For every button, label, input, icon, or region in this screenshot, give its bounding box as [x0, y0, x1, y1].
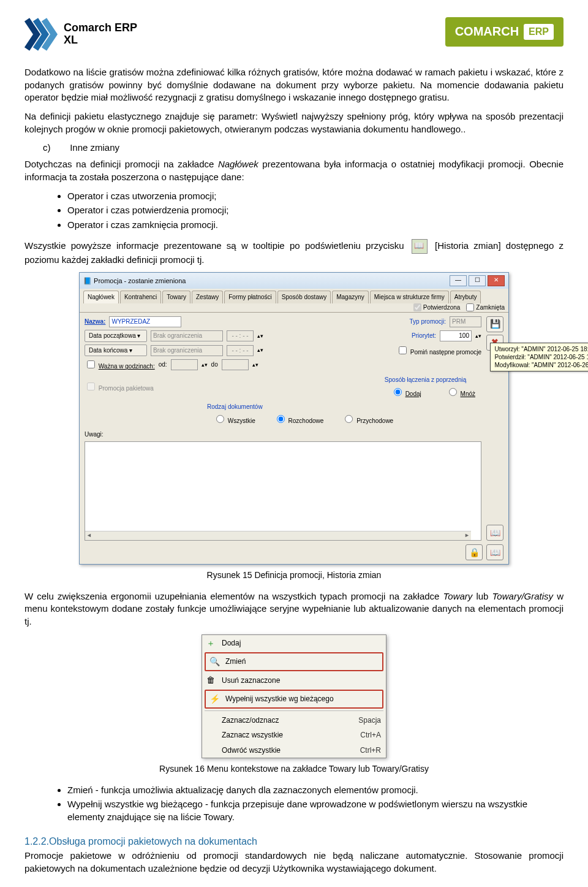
- tab-formy-platnosci[interactable]: Formy płatności: [224, 291, 276, 303]
- chk-zamknieta[interactable]: Zamknięta: [466, 303, 505, 312]
- tab-towary[interactable]: Towary: [162, 291, 190, 303]
- lightning-icon: ⚡: [208, 693, 221, 705]
- label-rodzaj-dokumentow: Rodzaj dokumentów: [207, 403, 481, 411]
- paragraph-3: Dotychczas na definicji promocji na zakł…: [24, 158, 564, 183]
- menu-separator: [205, 710, 383, 711]
- btn-data-koncowa[interactable]: Data końcowa ▾: [85, 345, 147, 357]
- label-typ-promocji: Typ promocji:: [410, 318, 446, 326]
- lock-button[interactable]: 🔒: [466, 544, 483, 560]
- field-data-poczatkowa: [151, 330, 223, 341]
- plus-icon: ＋: [205, 638, 217, 649]
- window-titlebar: 📘 Promocja - zostanie zmieniona — ☐ ✕: [80, 273, 508, 289]
- tab-atrybuty[interactable]: Atrybuty: [450, 291, 481, 303]
- field-data-koncowa: [151, 345, 223, 356]
- comarch-chevron-icon: [24, 17, 59, 51]
- history-tooltip: Utworzył: "ADMIN" 2012-06-25 18:16:29 Po…: [490, 343, 588, 371]
- figure-16-caption: Rysunek 16 Menu kontekstowe na zakładce …: [24, 763, 564, 775]
- window-title: 📘 Promocja - zostanie zmieniona: [83, 276, 186, 286]
- figure-16-screenshot: ＋Dodaj 🔍Zmień 🗑Usuń zaznaczone ⚡Wypełnij…: [24, 634, 564, 759]
- logo-left: Comarch ERP XL: [24, 17, 137, 51]
- list-item: Zmień - funkcja umożliwia aktualizację d…: [67, 784, 564, 797]
- menu-item-usun[interactable]: 🗑Usuń zaznaczone: [202, 672, 386, 688]
- chk-pomin-nastepne[interactable]: Pomiń następne promocje: [396, 345, 481, 357]
- context-menu: ＋Dodaj 🔍Zmień 🗑Usuń zaznaczone ⚡Wypełnij…: [202, 634, 386, 759]
- tab-zestawy[interactable]: Zestawy: [192, 291, 223, 303]
- paragraph-6: Promocje pakietowe w odróżnieniu od prom…: [24, 850, 564, 875]
- uwagi-textarea[interactable]: [85, 441, 481, 541]
- close-button[interactable]: ✕: [488, 275, 505, 286]
- magnifier-icon: 🔍: [208, 656, 221, 668]
- radio-mnoz[interactable]: Mnóż: [446, 386, 475, 398]
- history-book-icon: [412, 239, 428, 254]
- promocja-window: 📘 Promocja - zostanie zmieniona — ☐ ✕ Na…: [79, 272, 509, 565]
- save-button[interactable]: 💾: [486, 316, 503, 332]
- list-item: Operator i czas utworzenia promocji;: [67, 190, 564, 203]
- label-uwagi: Uwagi:: [85, 430, 481, 439]
- list-item: Operator i czas potwierdzenia promocji;: [67, 204, 564, 217]
- menu-item-zmien[interactable]: 🔍Zmień: [205, 652, 383, 671]
- tab-naglowek[interactable]: Nagłówek: [83, 291, 119, 303]
- page-header: Comarch ERP XL COMARCH ERP: [24, 17, 564, 51]
- horizontal-scrollbar[interactable]: [85, 531, 471, 540]
- chk-potwierdzona[interactable]: Potwierdzona: [413, 303, 461, 312]
- minimize-button[interactable]: —: [450, 275, 467, 286]
- radio-przychodowe[interactable]: Przychodowe: [342, 413, 393, 425]
- field-time-start: [227, 330, 254, 341]
- menu-item-odwroc-wszystkie[interactable]: Odwróć wszystkieCtrl+R: [202, 743, 386, 758]
- product-name: Comarch ERP XL: [64, 22, 137, 47]
- chk-wazna-w-godzinach[interactable]: Ważna w godzinach:: [85, 359, 155, 371]
- paragraph-2: Na definicji pakietu elastycznego znajdu…: [24, 110, 564, 135]
- history-button[interactable]: 📖: [486, 525, 503, 541]
- paragraph-1: Dodatkowo na liście gratisów można zdefi…: [24, 66, 564, 104]
- tab-kontrahenci[interactable]: Kontrahenci: [120, 291, 161, 303]
- list-item: Operator i czas zamknięcia promocji.: [67, 219, 564, 232]
- chk-promocja-pakietowa: Promocja pakietowa: [85, 381, 154, 393]
- heading-1-2-2: 1.2.2.Obsługa promocji pakietowych na do…: [24, 835, 564, 848]
- paragraph-5: W celu zwiększenia ergonomii uzupełniani…: [24, 590, 564, 628]
- field-do: [222, 359, 249, 370]
- bullet-list-1: Operator i czas utworzenia promocji; Ope…: [67, 190, 564, 232]
- field-typ-promocji: [450, 316, 481, 327]
- label-priorytet: Priorytet:: [412, 332, 436, 340]
- menu-item-dodaj[interactable]: ＋Dodaj: [202, 635, 386, 652]
- bullet-list-2: Zmień - funkcja umożliwia aktualizację d…: [67, 784, 564, 824]
- input-priorytet[interactable]: [440, 330, 472, 341]
- label-nazwa: Nazwa:: [85, 318, 105, 326]
- tab-strip: Nagłówek Kontrahenci Towary Zestawy Form…: [80, 289, 508, 313]
- comarch-erp-badge: COMARCH ERP: [445, 17, 564, 47]
- radio-rozchodowe[interactable]: Rozchodowe: [274, 413, 324, 425]
- tab-magazyny[interactable]: Magazyny: [332, 291, 369, 303]
- tab-miejsca[interactable]: Miejsca w strukturze firmy: [370, 291, 449, 303]
- figure-15-screenshot: 📘 Promocja - zostanie zmieniona — ☐ ✕ Na…: [24, 272, 564, 565]
- subsection-c-heading: c) Inne zmiany: [43, 142, 564, 154]
- radio-dodaj[interactable]: Dodaj: [391, 386, 421, 398]
- menu-item-wypelnij[interactable]: ⚡Wypełnij wszystkie wg bieżącego: [205, 690, 383, 709]
- field-time-end: [227, 345, 254, 356]
- trash-icon: 🗑: [205, 674, 217, 686]
- menu-item-zaznacz-wszystkie[interactable]: Zaznacz wszystkieCtrl+A: [202, 728, 386, 743]
- figure-15-caption: Rysunek 15 Definicja promocji, Historia …: [24, 569, 564, 581]
- menu-item-zaznacz-odznacz[interactable]: Zaznacz/odznaczSpacja: [202, 713, 386, 728]
- maximize-button[interactable]: ☐: [469, 275, 486, 286]
- btn-data-poczatkowa[interactable]: Data początkowa ▾: [85, 330, 147, 342]
- radio-wszystkie[interactable]: Wszystkie: [213, 413, 255, 425]
- field-od: [171, 359, 198, 370]
- tab-sposob-dostawy[interactable]: Sposób dostawy: [277, 291, 331, 303]
- list-item: Wypełnij wszystkie wg bieżącego - funkcj…: [67, 798, 564, 823]
- paragraph-4: Wszystkie powyższe informacje prezentowa…: [24, 239, 564, 267]
- history-button-bottom[interactable]: 📖: [486, 544, 503, 560]
- input-nazwa[interactable]: [109, 316, 181, 327]
- label-sposob-laczenia: Sposób łączenia z poprzednią: [385, 376, 481, 384]
